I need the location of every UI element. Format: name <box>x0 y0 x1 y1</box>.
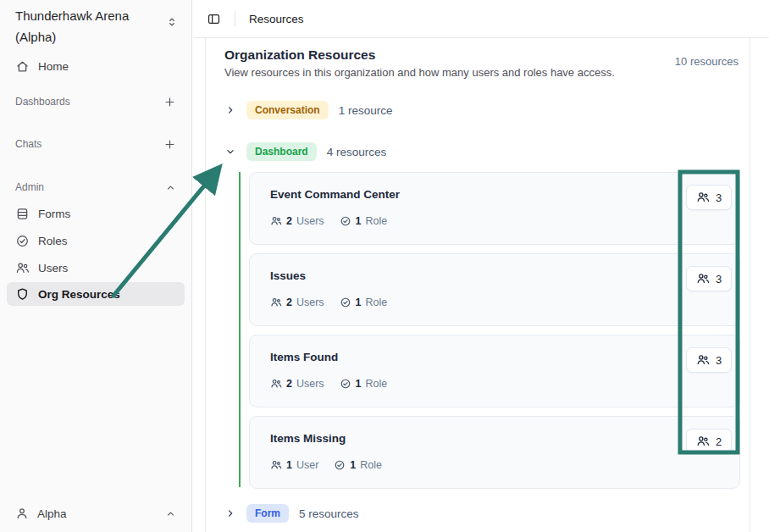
collapse-admin-icon[interactable] <box>165 182 176 193</box>
topbar: Resources <box>193 0 769 38</box>
resource-meta: 2 Users 1 Role <box>270 215 387 227</box>
roles-meta: 1 Role <box>340 296 388 308</box>
roles-count: 1 <box>356 378 362 390</box>
sidebar-item-label: Forms <box>38 208 70 220</box>
forms-icon <box>15 207 30 221</box>
access-count-button[interactable]: 3 <box>686 266 732 291</box>
main-panel: Organization Resources View resources in… <box>205 38 750 532</box>
resource-name: Items Missing <box>270 432 346 445</box>
users-icon <box>270 296 282 308</box>
roles-meta: 1 Role <box>340 378 388 390</box>
role-icon <box>340 296 351 308</box>
group-count: 4 resources <box>327 146 387 158</box>
roles-count: 1 <box>350 459 356 471</box>
workspace-selector-icon[interactable] <box>166 14 178 33</box>
chevron-down-icon[interactable] <box>224 146 236 158</box>
access-count-button[interactable]: 2 <box>686 429 732 454</box>
group-count: 5 resources <box>299 507 359 520</box>
resource-name: Issues <box>270 269 306 282</box>
chevron-right-icon[interactable] <box>224 104 236 116</box>
resource-card[interactable]: Items Found 2 Users 1 Role 3 <box>249 335 740 407</box>
roles-label: Role <box>366 215 388 227</box>
sidebar-section-chats: Chats <box>7 133 185 155</box>
role-icon <box>334 459 346 471</box>
users-count: 2 <box>286 215 292 227</box>
add-chat-button[interactable] <box>163 138 176 151</box>
roles-label: Role <box>360 459 382 471</box>
users-icon <box>270 459 282 471</box>
users-label: Users <box>296 215 324 227</box>
section-label: Admin <box>15 181 44 193</box>
users-meta: 1 User <box>270 459 318 471</box>
access-count: 2 <box>716 435 722 448</box>
users-meta: 2 Users <box>270 378 324 390</box>
page-title: Organization Resources <box>224 47 375 63</box>
sidebar-toggle-icon[interactable] <box>207 12 221 26</box>
resource-card[interactable]: Event Command Center 2 Users 1 Role 3 <box>249 172 740 245</box>
access-count: 3 <box>716 191 722 204</box>
footer-user-label: Alpha <box>37 507 67 520</box>
sidebar-item-label: Roles <box>38 235 68 247</box>
sidebar-item-forms[interactable]: Forms <box>7 202 185 225</box>
users-icon <box>15 261 30 275</box>
roles-count: 1 <box>356 215 362 227</box>
role-icon <box>340 215 351 227</box>
total-resource-count: 10 resources <box>675 55 739 68</box>
shield-icon <box>15 287 30 302</box>
chevron-up-icon[interactable] <box>165 508 176 519</box>
group-row-dashboard[interactable]: Dashboard 4 resources <box>224 141 386 163</box>
sidebar-item-label: Org Resources <box>38 288 120 301</box>
roles-meta: 1 Role <box>334 459 382 471</box>
users-meta: 2 Users <box>270 296 324 308</box>
users-icon <box>696 191 710 204</box>
users-count: 2 <box>286 296 292 308</box>
resource-card[interactable]: Items Missing 1 User 1 Role 2 <box>249 416 740 489</box>
resource-card[interactable]: Issues 2 Users 1 Role 3 <box>249 253 740 326</box>
users-icon <box>696 272 710 285</box>
type-badge-dashboard: Dashboard <box>246 142 317 161</box>
section-label: Dashboards <box>15 96 70 108</box>
type-badge-conversation: Conversation <box>246 101 329 119</box>
users-label: Users <box>296 296 324 308</box>
sidebar-item-label: Home <box>38 60 69 73</box>
roles-icon <box>15 234 30 248</box>
page-subtitle: View resources in this organization and … <box>224 66 615 79</box>
breadcrumb[interactable]: Resources <box>249 13 304 25</box>
access-count-button[interactable]: 3 <box>686 185 732 210</box>
users-label: User <box>296 459 318 471</box>
users-icon <box>696 353 710 367</box>
users-icon <box>696 435 710 448</box>
group-count: 1 resource <box>339 104 393 117</box>
access-count: 3 <box>716 354 722 367</box>
sidebar-footer-user[interactable]: Alpha <box>7 502 185 525</box>
add-dashboard-button[interactable] <box>163 96 176 108</box>
sidebar-item-org-resources[interactable]: Org Resources <box>7 282 185 306</box>
resource-meta: 1 User 1 Role <box>270 459 382 471</box>
resource-meta: 2 Users 1 Role <box>270 378 387 390</box>
sidebar-item-roles[interactable]: Roles <box>7 229 185 252</box>
roles-count: 1 <box>356 296 362 308</box>
tree-guide-line <box>239 172 241 487</box>
chevron-right-icon[interactable] <box>224 507 236 519</box>
roles-label: Role <box>366 296 388 308</box>
users-icon <box>270 215 282 227</box>
person-icon <box>15 507 29 520</box>
topbar-divider <box>235 11 235 26</box>
home-icon <box>15 59 30 74</box>
workspace-name[interactable]: Thunderhawk Arena (Alpha) <box>15 5 159 47</box>
sidebar-item-users[interactable]: Users <box>7 256 185 280</box>
role-icon <box>340 378 351 390</box>
type-badge-form: Form <box>246 504 289 523</box>
resource-name: Event Command Center <box>270 188 400 201</box>
sidebar-section-admin: Admin <box>7 176 185 198</box>
access-count-button[interactable]: 3 <box>686 347 732 373</box>
sidebar-section-dashboards: Dashboards <box>7 91 185 113</box>
resource-name: Items Found <box>270 351 338 363</box>
group-row-conversation[interactable]: Conversation 1 resource <box>224 99 392 121</box>
users-meta: 2 Users <box>270 215 324 227</box>
roles-meta: 1 Role <box>340 215 388 227</box>
group-row-form[interactable]: Form 5 resources <box>224 502 359 524</box>
roles-label: Role <box>366 378 388 390</box>
users-count: 2 <box>286 378 292 390</box>
sidebar-item-home[interactable]: Home <box>7 54 185 78</box>
